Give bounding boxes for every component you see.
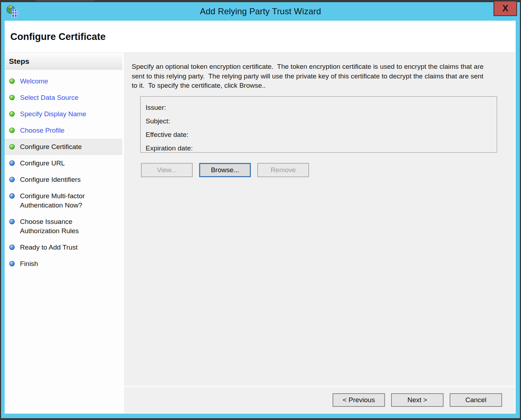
step-label: Configure Identifiers [20, 175, 81, 184]
step-item: Configure Multi-factor Authentication No… [5, 188, 122, 214]
step-item: Choose Issuance Authorization Rules [5, 214, 122, 239]
browse-button[interactable]: Browse... [199, 163, 251, 177]
step-status-icon [9, 144, 15, 149]
step-label: Select Data Source [20, 93, 79, 102]
step-status-icon [9, 78, 15, 84]
steps-header: Steps [5, 53, 122, 70]
step-item[interactable]: Welcome [5, 73, 122, 89]
step-item: Configure Certificate [5, 139, 122, 155]
certificate-field-label: Issuer: [146, 101, 497, 114]
step-status-icon [9, 261, 15, 266]
close-button[interactable]: X [494, 1, 517, 16]
certificate-field-label: Effective date: [146, 128, 497, 142]
step-label: Configure Certificate [20, 142, 82, 152]
certificate-field-label: Expiration date: [146, 142, 497, 155]
certificate-field-label: Subject: [146, 114, 497, 128]
remove-button: Remove [257, 163, 309, 177]
wizard-body: Configure Certificate Steps Welcome [5, 21, 516, 414]
step-label: Configure Multi-factor Authentication No… [20, 191, 98, 210]
step-status-icon [9, 245, 15, 250]
step-item: Configure Identifiers [5, 171, 122, 188]
step-label: Welcome [20, 77, 48, 86]
step-item[interactable]: Select Data Source [5, 89, 122, 106]
step-label: Choose Issuance Authorization Rules [20, 217, 98, 236]
step-label: Configure URL [20, 159, 65, 168]
step-status-icon [9, 111, 15, 117]
step-item[interactable]: Choose Profile [5, 122, 122, 139]
step-item[interactable]: Specify Display Name [5, 106, 122, 122]
step-label: Finish [20, 259, 38, 268]
title-bar: Add Relying Party Trust Wizard X [1, 2, 520, 21]
steps-sidebar: Steps Welcome Select Data Source [5, 53, 124, 413]
desktop-background: Add Relying Party Trust Wizard X Configu… [0, 0, 521, 420]
step-label: Choose Profile [20, 126, 65, 135]
cancel-button[interactable]: Cancel [450, 393, 502, 407]
step-status-icon [9, 219, 15, 224]
certificate-info-box: Issuer: Subject: Effective date: Expirat… [140, 96, 497, 153]
page-title: Configure Certificate [10, 31, 106, 42]
step-item: Configure URL [5, 155, 122, 171]
step-label: Ready to Add Trust [20, 243, 78, 252]
background-window-remnant [36, 0, 95, 1]
step-status-icon [9, 193, 15, 199]
wizard-footer: < Previous Next > Cancel [124, 386, 515, 413]
previous-button[interactable]: < Previous [333, 393, 385, 407]
next-button[interactable]: Next > [391, 393, 444, 407]
step-label: Specify Display Name [20, 109, 86, 119]
step-status-icon [9, 128, 15, 133]
page-header: Configure Certificate [5, 21, 516, 52]
step-item: Ready to Add Trust [5, 239, 122, 256]
steps-list: Welcome Select Data Source Specify Displ… [5, 70, 122, 272]
page-description: Specify an optional token encryption cer… [132, 62, 486, 91]
window-title: Add Relying Party Trust Wizard [1, 2, 520, 21]
step-status-icon [9, 177, 15, 182]
step-status-icon [9, 160, 15, 166]
view-button: View... [141, 163, 193, 177]
wizard-window: Add Relying Party Trust Wizard X Configu… [1, 2, 520, 419]
content-pane: Specify an optional token encryption cer… [124, 53, 515, 413]
step-item: Finish [5, 256, 122, 272]
step-status-icon [9, 95, 15, 100]
